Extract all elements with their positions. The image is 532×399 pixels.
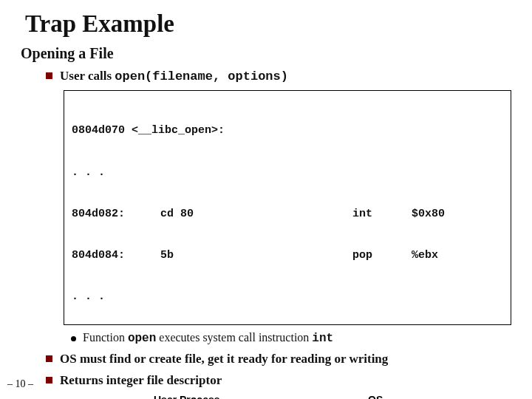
bullet-text: OS must find or create file, get it read… bbox=[60, 351, 388, 368]
subbullet-open: open bbox=[128, 332, 156, 345]
square-bullet-icon bbox=[46, 355, 52, 362]
dot-bullet-icon bbox=[71, 336, 76, 341]
code-hex: cd 80 bbox=[160, 208, 352, 222]
subbullet-int: int bbox=[312, 332, 333, 345]
code-line-1: . . . bbox=[72, 166, 503, 180]
bullet-os-must: OS must find or create file, get it read… bbox=[46, 351, 511, 368]
code-line-2: 804d082: cd 80 int $0x80 bbox=[72, 208, 503, 222]
bullet-text: Returns integer file descriptor bbox=[60, 372, 222, 389]
subbullet-prefix: Function bbox=[83, 331, 128, 344]
bullet-user-calls: User calls open(filename, options) bbox=[46, 68, 511, 86]
slide-subtitle: Opening a File bbox=[21, 45, 511, 62]
bullet-text-prefix: User calls bbox=[60, 69, 115, 83]
code-inline-open-call: open(filename, options) bbox=[115, 69, 288, 83]
code-arg: $0x80 bbox=[412, 208, 445, 222]
slide-title: Trap Example bbox=[25, 10, 511, 38]
code-mnemonic: pop bbox=[352, 249, 412, 263]
code-arg: %ebx bbox=[412, 249, 438, 263]
sub-bullet-function-open: Function open executes system call instr… bbox=[71, 331, 511, 345]
slide-number: – 10 – bbox=[7, 378, 33, 390]
code-hex: 5b bbox=[160, 249, 352, 263]
square-bullet-icon bbox=[46, 377, 52, 383]
code-mnemonic: int bbox=[352, 208, 412, 222]
square-bullet-icon bbox=[46, 72, 52, 79]
code-line-4: . . . bbox=[72, 290, 503, 304]
code-addr: 804d082: bbox=[72, 208, 160, 222]
code-addr: 804d084: bbox=[72, 249, 160, 263]
bullet-returns: Returns integer file descriptor bbox=[46, 372, 511, 389]
label-user-process: User Process bbox=[154, 394, 220, 399]
label-os: OS bbox=[368, 394, 383, 399]
subbullet-mid: executes system call instruction bbox=[156, 331, 312, 344]
trap-diagram: User Process OS int pop exception Open f… bbox=[109, 394, 494, 399]
code-line-3: 804d084: 5b pop %ebx bbox=[72, 249, 503, 263]
code-block: 0804d070 <__libc_open>: . . . 804d082: c… bbox=[64, 90, 511, 325]
code-line-0: 0804d070 <__libc_open>: bbox=[72, 124, 503, 138]
